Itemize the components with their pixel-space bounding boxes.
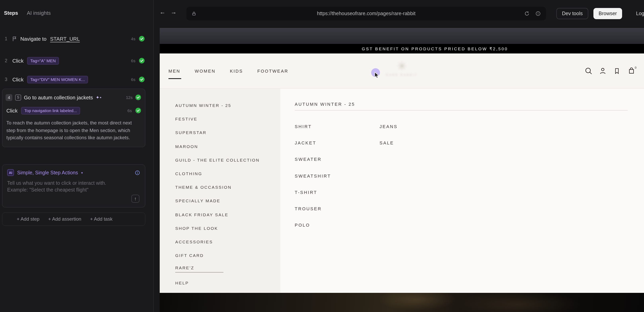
menu-item-festive[interactable]: FESTIVE xyxy=(175,112,280,126)
chevron-down-icon[interactable]: ▾ xyxy=(81,171,83,175)
flag-icon xyxy=(12,36,17,41)
menu-item-autumn-winter[interactable]: AUTUMN WINTER - 25 xyxy=(175,99,280,112)
add-assertion-button[interactable]: + Add assertion xyxy=(48,216,81,222)
step-duration: 6s xyxy=(131,77,136,82)
step-number: 1 xyxy=(5,36,9,41)
task-label: Go to autum collection jackets xyxy=(24,94,93,100)
submenu-item-tshirt[interactable]: T-SHIRT xyxy=(295,184,380,201)
step-action: Click xyxy=(12,76,24,82)
success-check-icon xyxy=(139,77,144,82)
add-task-button[interactable]: + Add task xyxy=(90,216,112,222)
task-reasoning-text: To reach the autumn collection jackets, … xyxy=(6,119,141,141)
step-row-click-div[interactable]: 3 Click Tag="DIV" MEN WOMEN K... 6s xyxy=(5,75,144,84)
menu-item-shop-the-look[interactable]: SHOP THE LOOK xyxy=(175,221,280,235)
task-duration: 12s xyxy=(126,95,132,100)
menu-item-black-friday-sale[interactable]: BLACK FRIDAY SALE xyxy=(175,208,280,221)
menu-item-superstar[interactable]: SUPERSTAR xyxy=(175,126,280,139)
logo-text: RARE RABBIT xyxy=(386,73,418,76)
url-text[interactable]: https://thehouseofrare.com/pages/rare-ra… xyxy=(186,11,546,16)
menu-item-accessories[interactable]: ACCESSORIES xyxy=(175,235,280,249)
menu-item-guild[interactable]: GUILD - THE ELITE COLLECTION xyxy=(175,153,280,167)
submenu-item-jeans[interactable]: JEANS xyxy=(380,118,398,135)
step-target-link[interactable]: START_URL xyxy=(50,36,80,42)
add-step-button[interactable]: + Add step xyxy=(17,216,40,222)
brand-logo[interactable]: ✳ RARE RABBIT xyxy=(386,60,418,76)
forward-button[interactable]: → xyxy=(169,8,178,15)
ai-mode-dropdown[interactable]: Simple, Single Step Actions xyxy=(17,170,78,175)
cart-icon[interactable]: 0 xyxy=(627,67,635,75)
logo-mark-icon: ✳ xyxy=(386,60,418,72)
arrow-up-icon: ↑ xyxy=(134,196,136,201)
nav-item-men[interactable]: MEN xyxy=(168,68,180,73)
step-duration: 6s xyxy=(131,58,136,63)
search-icon[interactable] xyxy=(584,67,592,75)
nav-item-kids[interactable]: KIDS xyxy=(230,68,243,73)
steps-sidebar: Steps AI insights 1 Navigate to START_UR… xyxy=(0,0,154,312)
submenu-item-sweater[interactable]: SWEATER xyxy=(295,151,380,168)
info-icon[interactable] xyxy=(134,170,140,175)
page-info-icon[interactable] xyxy=(535,11,541,16)
task-header: 4 S Go to autum collection jackets ✦✦ 12… xyxy=(6,93,141,101)
mega-menu: AUTUMN WINTER - 25 FESTIVE SUPERSTAR MAR… xyxy=(160,89,644,293)
sidebar-footer-actions: + Add step + Add assertion + Add task xyxy=(2,212,145,226)
ai-instruction-input[interactable] xyxy=(7,180,128,199)
success-check-icon xyxy=(136,95,141,100)
submenu-item-polo[interactable]: POLO xyxy=(295,217,380,234)
back-button[interactable]: ← xyxy=(158,8,167,15)
mega-menu-submenu: AUTUMN WINTER - 25 SHIRT JACKET SWEATER … xyxy=(280,89,644,293)
step-number: 2 xyxy=(5,58,9,63)
hero-photo-strip xyxy=(160,293,644,312)
submenu-divider xyxy=(295,110,628,110)
page-hero-dark-band xyxy=(160,28,644,44)
menu-item-rarez-label: RARE'Z xyxy=(175,265,224,273)
webpage-viewport: GST BENEFIT ON PRODUCTS PRICED BELOW ₹2,… xyxy=(160,28,644,312)
dev-tools-button[interactable]: Dev tools xyxy=(556,8,588,19)
menu-item-theme-occassion[interactable]: THEME & OCCASSION xyxy=(175,180,280,194)
submenu-item-shirt[interactable]: SHIRT xyxy=(295,118,380,135)
account-icon[interactable] xyxy=(598,67,606,75)
submenu-item-sale[interactable]: SALE xyxy=(380,135,398,151)
wishlist-bookmark-icon[interactable] xyxy=(613,67,621,75)
step-number: 3 xyxy=(5,77,9,82)
promo-banner: GST BENEFIT ON PRODUCTS PRICED BELOW ₹2,… xyxy=(160,44,644,54)
site-navbar: MEN WOMEN KIDS FOOTWEAR ✳ RARE RABBIT xyxy=(160,54,644,89)
browser-panel: ← → https://thehouseofrare.com/pages/rar… xyxy=(154,0,644,312)
click-highlight-circle xyxy=(371,68,380,77)
selector-badge[interactable]: Tag="A" MEN xyxy=(27,57,59,64)
tab-steps[interactable]: Steps xyxy=(4,10,18,16)
reload-icon[interactable] xyxy=(524,11,530,16)
task-substep[interactable]: Click Top navigation link labeled... 6s xyxy=(6,106,141,114)
submenu-column-2: JEANS SALE xyxy=(380,118,398,233)
log-tab-button[interactable]: Log xyxy=(631,8,644,19)
submit-instruction-button[interactable]: ↑ xyxy=(132,195,140,203)
success-check-icon xyxy=(139,58,144,63)
menu-item-gift-card[interactable]: GIFT CARD xyxy=(175,249,280,262)
menu-item-rarez[interactable]: RARE'Z xyxy=(175,262,280,276)
submenu-item-sweatshirt[interactable]: SWEATSHIRT xyxy=(295,168,380,184)
selector-badge[interactable]: Top navigation link labeled... xyxy=(21,107,80,114)
submenu-item-jacket[interactable]: JACKET xyxy=(295,135,380,151)
submenu-item-trouser[interactable]: TROUSER xyxy=(295,201,380,217)
nav-item-footwear[interactable]: FOOTWEAR xyxy=(257,68,288,73)
menu-item-maroon[interactable]: MAROON xyxy=(175,139,280,153)
sidebar-tabs: Steps AI insights xyxy=(4,10,51,16)
menu-item-help[interactable]: HELP xyxy=(175,276,280,289)
navbar-icons: 0 xyxy=(584,67,635,75)
browser-tab-button[interactable]: Browser xyxy=(594,8,622,19)
url-bar[interactable]: https://thehouseofrare.com/pages/rare-ra… xyxy=(186,7,546,20)
promo-banner-text: GST BENEFIT ON PRODUCTS PRICED BELOW ₹2,… xyxy=(362,46,508,51)
ai-panel-header: AI Simple, Single Step Actions ▾ xyxy=(7,169,140,176)
sparkle-icon: ✦✦ xyxy=(96,95,102,100)
step-row-navigate[interactable]: 1 Navigate to START_URL 4s xyxy=(5,34,144,43)
success-check-icon xyxy=(139,36,144,42)
selector-badge[interactable]: Tag="DIV" MEN WOMEN K... xyxy=(27,76,88,83)
tab-ai-insights[interactable]: AI insights xyxy=(27,10,51,16)
step-row-click-men[interactable]: 2 Click Tag="A" MEN 6s xyxy=(5,56,144,65)
step-duration: 4s xyxy=(131,36,136,41)
menu-item-clothing[interactable]: CLOTHING xyxy=(175,167,280,180)
nav-item-women[interactable]: WOMEN xyxy=(195,68,216,73)
substep-duration: 6s xyxy=(128,108,132,113)
menu-item-specially-made[interactable]: SPECIALLY MADE xyxy=(175,194,280,208)
ai-action-panel: AI Simple, Single Step Actions ▾ ↑ xyxy=(2,164,145,208)
task-card[interactable]: 4 S Go to autum collection jackets ✦✦ 12… xyxy=(2,89,145,147)
